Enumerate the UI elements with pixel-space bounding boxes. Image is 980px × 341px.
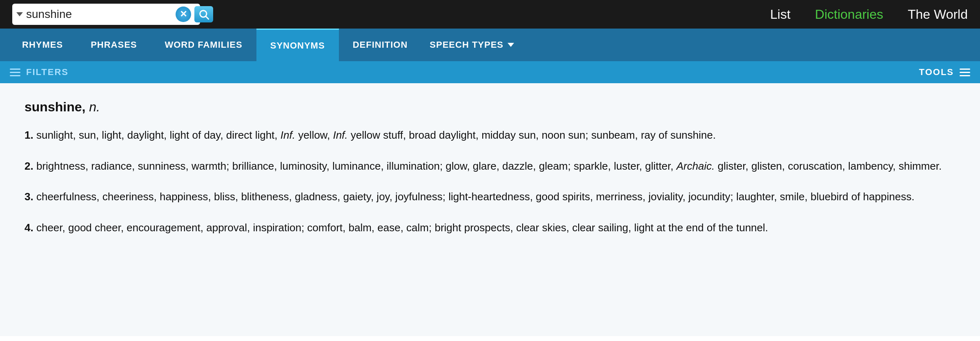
search-clear-button[interactable]: ✕ <box>176 7 191 22</box>
synonym-entry-4: 4. cheer, good cheer, encouragement, app… <box>24 219 956 237</box>
tab-word-families[interactable]: WORD FAMILIES <box>151 29 256 61</box>
filter-menu-icon[interactable] <box>10 69 20 76</box>
nav-the-world[interactable]: The World <box>908 7 968 22</box>
entry-text-2: brightness, radiance, sunniness, warmth;… <box>36 160 942 172</box>
filter-left[interactable]: FILTERS <box>10 67 69 78</box>
tools-menu-icon[interactable] <box>960 69 970 76</box>
filter-bar: FILTERS TOOLS <box>0 61 980 83</box>
entry-text-3: cheerfulness, cheeriness, happiness, bli… <box>36 190 914 203</box>
synonym-entry-2: 2. brightness, radiance, sunniness, warm… <box>24 158 956 175</box>
nav-list[interactable]: List <box>770 7 791 22</box>
entry-number-2: 2. <box>24 160 33 172</box>
search-dropdown-icon[interactable] <box>16 12 23 16</box>
tab-synonyms[interactable]: SYNONYMS <box>256 29 339 61</box>
tab-speech-types-arrow <box>508 43 514 47</box>
search-icon <box>198 9 209 20</box>
nav-dictionaries[interactable]: Dictionaries <box>815 7 883 22</box>
tab-phrases[interactable]: PHRASES <box>77 29 151 61</box>
tab-speech-types-label: SPEECH TYPES <box>430 40 503 50</box>
filter-label: FILTERS <box>26 67 69 78</box>
tools-right[interactable]: TOOLS <box>919 67 970 78</box>
entry-text-1: sunlight, sun, light, daylight, light of… <box>36 129 716 141</box>
entry-text-4: cheer, good cheer, encouragement, approv… <box>36 221 768 234</box>
synonym-entry-3: 3. cheerfulness, cheeriness, happiness, … <box>24 188 956 206</box>
search-go-button[interactable] <box>194 6 213 22</box>
entry-number-3: 3. <box>24 190 33 203</box>
search-area: ✕ <box>12 4 200 25</box>
entry-number-4: 4. <box>24 221 33 234</box>
top-nav-links: List Dictionaries The World <box>770 7 968 22</box>
tools-label: TOOLS <box>919 67 954 78</box>
word-pos: n. <box>89 100 100 114</box>
search-input[interactable] <box>26 8 172 21</box>
word-title: sunshine, <box>24 100 85 114</box>
synonym-entry-1: 1. sunlight, sun, light, daylight, light… <box>24 127 956 144</box>
tab-rhymes[interactable]: RHYMES <box>8 29 77 61</box>
tab-bar: RHYMES PHRASES WORD FAMILIES SYNONYMS DE… <box>0 29 980 61</box>
svg-line-1 <box>206 16 208 19</box>
word-heading: sunshine, n. <box>24 100 956 115</box>
tab-speech-types-dropdown[interactable]: SPEECH TYPES <box>421 29 522 61</box>
tab-definition[interactable]: DEFINITION <box>339 29 422 61</box>
top-bar: ✕ List Dictionaries The World <box>0 0 980 29</box>
entry-number-1: 1. <box>24 129 33 141</box>
content-area: sunshine, n. 1. sunlight, sun, light, da… <box>0 83 980 336</box>
